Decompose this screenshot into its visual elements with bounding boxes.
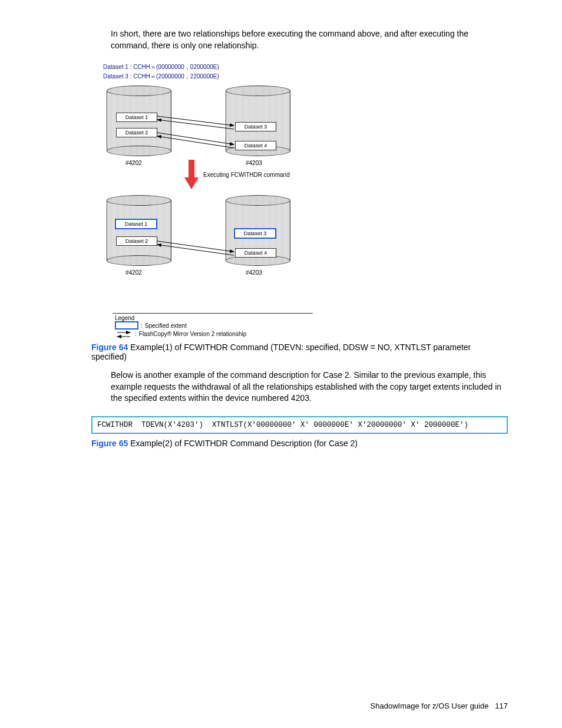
dev-left-bot: #4202 (125, 269, 142, 276)
ds4-bot: Dataset 4 (235, 248, 276, 258)
legend-title: Legend (115, 315, 302, 321)
legend-extent-swatch (115, 321, 138, 330)
figure64-caption: Figure 64 Example(1) of FCWITHDR Command… (91, 342, 508, 361)
dev-right-bot: #4203 (246, 269, 262, 276)
figure65-caption: Figure 65 Example(2) of FCWITHDR Command… (91, 439, 508, 448)
legend-extent-text: Specified extent (145, 322, 187, 329)
paragraph-case2: Below is another example of the command … (111, 370, 508, 404)
ds1-bot: Dataset 1 (115, 219, 157, 229)
diagram-figure64: Dataset 1 Dataset 2 Dataset 3 Dataset 4 … (102, 82, 302, 312)
dataset1-cchh: Dataset 1 : CCHH＝(00000000，0200000E) (103, 63, 508, 71)
ds2-top: Dataset 2 (116, 128, 157, 137)
ds3-top: Dataset 3 (235, 122, 276, 131)
svg-rect-0 (189, 160, 194, 179)
figure65-label: Figure 65 (91, 439, 128, 448)
ds1-top: Dataset 1 (116, 113, 157, 122)
dev-left-top: #4202 (125, 160, 142, 166)
dev-right-top: #4203 (246, 160, 262, 166)
svg-marker-1 (184, 177, 199, 189)
ds3-bot: Dataset 3 (234, 228, 276, 239)
page-footer: ShadowImage for z/OS User guide 117 (371, 701, 508, 710)
legend-arrow-icon (115, 330, 133, 338)
figure64-label: Figure 64 (91, 342, 128, 352)
intro-paragraph: In short, there are two relationships be… (111, 28, 508, 51)
exec-label: Executing FCWITHDR command (203, 172, 290, 178)
red-arrow-icon (184, 160, 199, 190)
ds4-top: Dataset 4 (235, 141, 276, 150)
dataset3-cchh: Dataset 3 : CCHH＝(20000000，2200000E) (103, 73, 508, 81)
legend-rel-text: FlashCopy® Mirror Version 2 relationship (139, 331, 246, 337)
ds2-bot: Dataset 2 (116, 236, 157, 246)
code-example: FCWITHDR TDEVN(X'4203') XTNTLST(X'000000… (91, 416, 508, 434)
